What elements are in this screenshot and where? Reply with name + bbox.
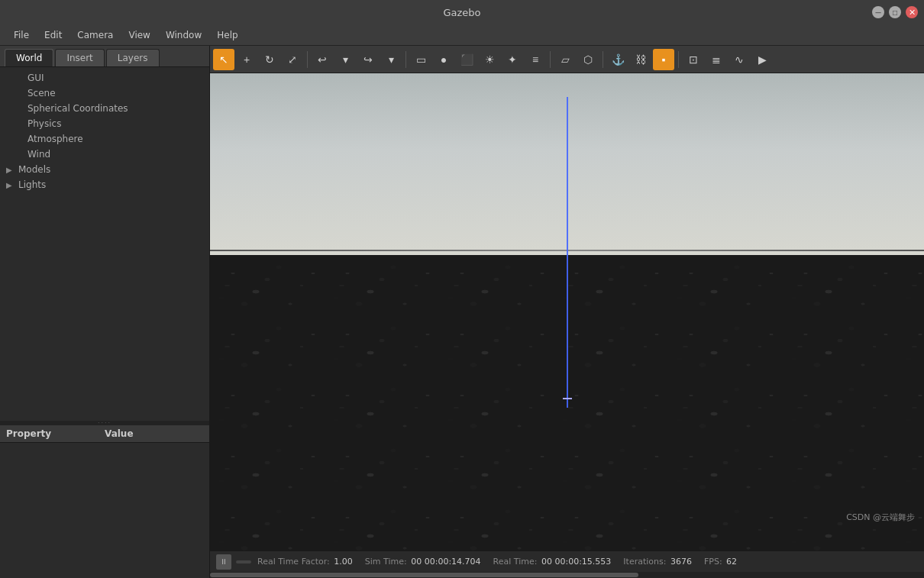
statusbar: ⏸ Real Time Factor: 1.00 Sim Time: 00 00… [210,551,924,572]
tree-item-physics[interactable]: Physics [0,116,209,131]
tab-layers[interactable]: Layers [106,49,160,66]
real-time-factor-label: Real Time Factor: [257,557,330,567]
real-time-label: Real Time: [493,557,538,567]
undo-button[interactable]: ↩ [312,49,333,70]
joint-button[interactable]: ▪ [653,49,674,70]
axis-crosshair [563,398,572,399]
mesh-button[interactable]: ⬡ [577,49,599,70]
property-col-header: Property [6,428,105,439]
tree-item-label: Atmosphere [27,134,83,144]
scrollbar-thumb[interactable] [210,573,638,577]
tree-item-models[interactable]: ▶Models [0,162,209,177]
sun-button[interactable]: ☀ [479,49,500,70]
undo-dropdown-button[interactable]: ▾ [334,49,356,70]
close-button[interactable]: ✕ [906,6,918,18]
bottom-scrollbar[interactable] [210,572,924,578]
scale-button[interactable]: ⤢ [282,49,303,70]
real-time-factor-value: 1.00 [334,557,353,567]
log-button[interactable]: ≣ [706,49,727,70]
fps-value: 62 [726,557,737,567]
tab-bar: WorldInsertLayers [0,46,209,67]
properties-header: Property Value [0,425,209,443]
speed-slider[interactable] [236,560,251,563]
menu-item-camera[interactable]: Camera [69,27,121,44]
menu-item-help[interactable]: Help [209,27,245,44]
cylinder-button[interactable]: ⬛ [456,49,477,70]
redo-dropdown-button[interactable]: ▾ [380,49,402,70]
menu-item-edit[interactable]: Edit [37,27,69,44]
tree-item-scene[interactable]: Scene [0,86,209,101]
pointlight-button[interactable]: ✦ [502,49,523,70]
tree-item-label: Spherical Coordinates [27,103,128,114]
value-col-header: Value [105,428,203,439]
menu-item-window[interactable]: Window [158,27,209,44]
real-time-factor-field: Real Time Factor: 1.00 [257,557,353,567]
titlebar: Gazebo ─ □ ✕ [0,0,924,24]
window-controls: ─ □ ✕ [872,6,918,18]
app-title: Gazebo [443,7,480,18]
pause-button[interactable]: ⏸ [216,554,231,570]
world-tree: GUISceneSpherical CoordinatesPhysicsAtmo… [0,67,209,421]
tree-item-label: Scene [27,88,56,98]
tree-item-spherical-coordinates[interactable]: Spherical Coordinates [0,101,209,116]
translate-button[interactable]: + [236,49,257,70]
plane-button[interactable]: ▱ [554,49,576,70]
sphere-button[interactable]: ● [433,49,454,70]
toolbar-separator [603,51,603,68]
sim-time-label: Sim Time: [365,557,407,567]
left-panel: WorldInsertLayers GUISceneSpherical Coor… [0,46,210,578]
tab-insert[interactable]: Insert [55,49,104,66]
tree-item-label: Physics [27,118,61,129]
tree-item-label: Wind [27,149,50,160]
toolbar-separator [307,51,308,68]
sim-time-field: Sim Time: 00 00:00:14.704 [365,557,481,567]
axis-line [567,97,568,407]
toolbar-separator [405,51,406,68]
box-button[interactable]: ▭ [410,49,431,70]
tree-item-label: GUI [27,73,44,83]
expand-arrow-icon: ▶ [6,166,15,174]
right-area: ↖+↻⤢↩▾↪▾▭●⬛☀✦≡▱⬡⚓⛓▪⊡≣∿▶ CSDN @云端舞步 ⏸ Rea… [210,46,924,578]
menu-item-file[interactable]: File [6,27,37,44]
real-time-value: 00 00:00:15.553 [541,557,611,567]
main-layout: WorldInsertLayers GUISceneSpherical Coor… [0,46,924,578]
fps-label: FPS: [704,557,722,567]
anchor-button[interactable]: ⚓ [607,49,628,70]
rotate-button[interactable]: ↻ [259,49,280,70]
watermark: CSDN @云端舞步 [846,512,915,523]
maximize-button[interactable]: □ [889,6,901,18]
tree-item-gui[interactable]: GUI [0,70,209,86]
expand-arrow-icon: ▶ [6,181,15,189]
toolbar-separator [678,51,679,68]
tab-world[interactable]: World [5,49,53,66]
select-button[interactable]: ↖ [213,49,234,70]
tree-item-atmosphere[interactable]: Atmosphere [0,131,209,147]
screenshot-button[interactable]: ⊡ [683,49,704,70]
video-button[interactable]: ▶ [751,49,773,70]
tree-item-label: Lights [18,179,46,190]
iterations-label: Iterations: [623,557,666,567]
3d-viewport[interactable]: CSDN @云端舞步 [210,73,924,551]
toolbar-separator [550,51,551,68]
fps-field: FPS: 62 [704,557,737,567]
minimize-button[interactable]: ─ [872,6,884,18]
lines-button[interactable]: ≡ [525,49,546,70]
link-button[interactable]: ⛓ [630,49,651,70]
menu-item-view[interactable]: View [121,27,157,44]
sim-time-value: 00 00:00:14.704 [411,557,480,567]
menubar: FileEditCameraViewWindowHelp [0,24,924,46]
toolbar: ↖+↻⤢↩▾↪▾▭●⬛☀✦≡▱⬡⚓⛓▪⊡≣∿▶ [210,46,924,73]
chart-button[interactable]: ∿ [729,49,750,70]
properties-panel: Property Value [0,425,209,578]
redo-button[interactable]: ↪ [357,49,379,70]
real-time-field: Real Time: 00 00:00:15.553 [493,557,612,567]
tree-item-label: Models [18,164,50,175]
iterations-value: 3676 [670,557,692,567]
iterations-field: Iterations: 3676 [623,557,692,567]
tree-item-lights[interactable]: ▶Lights [0,177,209,192]
tree-item-wind[interactable]: Wind [0,147,209,162]
